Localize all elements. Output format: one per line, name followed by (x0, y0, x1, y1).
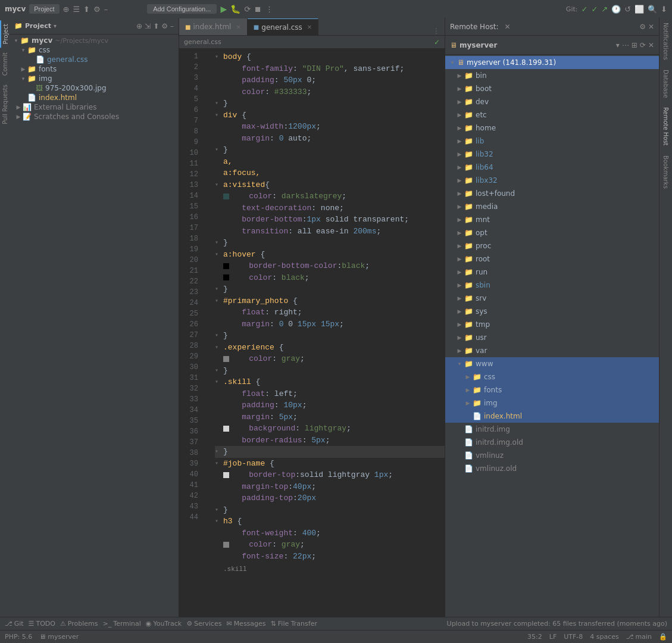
remote-www[interactable]: ▾ 📁 www (445, 357, 659, 370)
fold-18[interactable]: ▾ (215, 250, 223, 259)
tab-general-css[interactable]: ■ general.css ✕ (248, 18, 318, 35)
new-file-icon[interactable]: ⊕ (63, 5, 70, 14)
remote-close-icon[interactable]: ✕ (648, 23, 654, 31)
remote-vmlinuz[interactable]: 📄 vmlinuz (445, 449, 659, 462)
fold-25[interactable]: ▾ (215, 331, 223, 340)
remote-host-tab[interactable]: Remote Host (661, 102, 670, 151)
problems-tab[interactable]: ⚠ Problems (60, 620, 98, 628)
remote-usr[interactable]: ▶ 📁 usr (445, 331, 659, 344)
remote-opt[interactable]: ▶ 📁 opt (445, 226, 659, 239)
remote-boot[interactable]: ▶ 📁 boot (445, 82, 659, 95)
remote-lib64[interactable]: ▶ 📁 lib64 (445, 161, 659, 174)
tree-root[interactable]: ▾ 📁 mycv ~/Projects/mycv (10, 36, 179, 45)
fold-28[interactable]: ▾ (215, 366, 223, 375)
git-remote[interactable]: ⬜ (635, 5, 644, 14)
minimize-icon[interactable]: – (104, 5, 108, 14)
pull-requests-tab[interactable]: Pull Requests (1, 81, 10, 128)
fold-6[interactable]: ▾ (215, 111, 223, 120)
new-file-icon[interactable]: ⊕ (136, 22, 142, 30)
settings-icon[interactable]: ⚙ (161, 22, 168, 30)
tree-scratches[interactable]: ▶ 📝 Scratches and Consoles (10, 112, 179, 121)
remote-lost-found[interactable]: ▶ 📁 lost+found (445, 187, 659, 200)
fold-5[interactable]: ▾ (215, 99, 223, 108)
project-button[interactable]: Project (29, 4, 59, 14)
dropdown-arrow-icon[interactable]: ▾ (54, 23, 57, 29)
fold-12[interactable]: ▾ (215, 180, 223, 189)
tab-index-html[interactable]: ■ index.html ✕ (179, 18, 248, 35)
debug-icon[interactable]: 🐛 (230, 4, 240, 14)
git-tab[interactable]: ⎇ Git (5, 620, 24, 628)
code-editor[interactable]: 123 456 789 101112 131415 161718 192021 … (179, 49, 445, 617)
tab-html-close[interactable]: ✕ (236, 24, 240, 30)
fold-9[interactable]: ▾ (215, 145, 223, 154)
file-transfer-tab[interactable]: ⇅ File Transfer (271, 620, 317, 628)
remote-sbin[interactable]: ▶ 📁 sbin (445, 279, 659, 292)
tab-css-close[interactable]: ✕ (307, 24, 312, 30)
remote-vmlinuz-old[interactable]: 📄 vmlinuz.old (445, 462, 659, 475)
remote-home[interactable]: ▶ 📁 home (445, 121, 659, 135)
stop-icon[interactable]: ⏹ (254, 5, 262, 14)
remote-lib32[interactable]: ▶ 📁 lib32 (445, 148, 659, 161)
remote-etc[interactable]: ▶ 📁 etc (445, 108, 659, 121)
server-dropdown-icon[interactable]: ▾ (616, 41, 620, 49)
tree-file-jpg[interactable]: 🖼 975-200x300.jpg (10, 83, 179, 93)
remote-tmp[interactable]: ▶ 📁 tmp (445, 318, 659, 331)
fold-26[interactable]: ▾ (215, 343, 223, 352)
tree-folder-fonts[interactable]: ▶ 📁 fonts (10, 64, 179, 74)
remote-srv[interactable]: ▶ 📁 srv (445, 292, 659, 305)
remote-root[interactable]: ▶ 📁 root (445, 252, 659, 266)
commit-tab[interactable]: Commit (1, 49, 10, 79)
fold-29[interactable]: ▾ (215, 377, 223, 386)
server-refresh-icon[interactable]: ⟳ (640, 41, 646, 49)
collapse-all-icon[interactable]: ⇲ (145, 22, 151, 30)
remote-libx32[interactable]: ▶ 📁 libx32 (445, 174, 659, 187)
run-config-icon[interactable]: ⟳ (244, 5, 251, 14)
todo-tab[interactable]: ☰ TODO (29, 620, 55, 628)
tree-folder-img[interactable]: ▾ 📁 img (10, 74, 179, 83)
close-icon[interactable]: – (170, 22, 174, 30)
project-tab[interactable]: Project (0, 20, 10, 48)
notifications-tab[interactable]: Notifications (661, 18, 670, 65)
remote-initrd-img-old[interactable]: 📄 initrd.img.old (445, 436, 659, 449)
fold-41[interactable]: ▾ (215, 517, 223, 526)
services-tab[interactable]: ⚙ Services (186, 620, 221, 628)
remote-mnt[interactable]: ▶ 📁 mnt (445, 213, 659, 226)
view-icon[interactable]: ☰ (73, 5, 80, 14)
git-undo[interactable]: ↺ (624, 5, 631, 14)
server-close-icon[interactable]: ✕ (648, 41, 654, 49)
terminal-tab[interactable]: >_ Terminal (103, 620, 141, 628)
server-menu-icon[interactable]: ⋯ (622, 41, 629, 49)
tree-folder-css[interactable]: ▾ 📁 css (10, 45, 179, 55)
collapse-icon[interactable]: ⬆ (83, 5, 90, 14)
fold-1[interactable]: ▾ (215, 52, 223, 61)
close-icon[interactable]: ✕ (504, 23, 510, 31)
bookmarks-tab[interactable]: Bookmarks (661, 151, 670, 193)
remote-www-css[interactable]: ▶ 📁 css (445, 370, 659, 383)
remote-www-fonts[interactable]: ▶ 📁 fonts (445, 383, 659, 397)
run-icon[interactable]: ▶ (220, 4, 227, 14)
tree-external-libraries[interactable]: ▶ 📊 External Libraries (10, 102, 179, 112)
update-icon[interactable]: ⬇ (661, 5, 667, 14)
settings-icon[interactable]: ⚙ (93, 5, 101, 14)
tab-menu-icon[interactable]: ⋮ (428, 27, 445, 35)
remote-var[interactable]: ▶ 📁 var (445, 344, 659, 357)
remote-sys[interactable]: ▶ 📁 sys (445, 305, 659, 318)
expand-icon[interactable]: ⬆ (153, 22, 159, 30)
remote-lib[interactable]: ▶ 📁 lib (445, 135, 659, 148)
database-tab[interactable]: Database (661, 65, 670, 103)
git-history[interactable]: 🕐 (611, 5, 621, 14)
fold-21[interactable]: ▾ (215, 285, 223, 294)
remote-dev[interactable]: ▶ 📁 dev (445, 95, 659, 108)
remote-media[interactable]: ▶ 📁 media (445, 200, 659, 213)
remote-www-img[interactable]: ▶ 📁 img (445, 397, 659, 410)
remote-bin[interactable]: ▶ 📁 bin (445, 69, 659, 82)
youtrack-tab[interactable]: ◉ YouTrack (146, 620, 182, 628)
messages-tab[interactable]: ✉ Messages (226, 620, 265, 628)
add-config-button[interactable]: Add Configuration... (147, 4, 217, 14)
tree-file-index-html[interactable]: 📄 index.html (10, 93, 179, 102)
remote-run[interactable]: ▶ 📁 run (445, 266, 659, 279)
code-lines[interactable]: ▾ body { font-family: "DIN Pro", sans-se… (210, 49, 445, 617)
search-icon[interactable]: 🔍 (648, 5, 657, 14)
fold-22[interactable]: ▾ (215, 296, 223, 305)
remote-settings-icon[interactable]: ⚙ (639, 23, 646, 31)
